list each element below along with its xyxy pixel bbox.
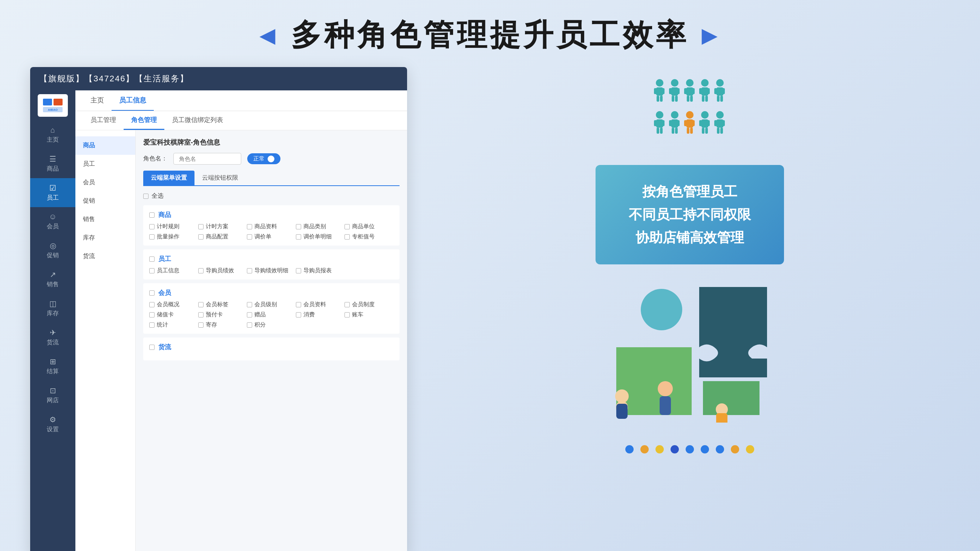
- svg-rect-49: [684, 120, 687, 126]
- timing-rule-checkbox[interactable]: [149, 224, 154, 229]
- svg-rect-38: [662, 120, 665, 126]
- member-system-checkbox[interactable]: [345, 302, 350, 307]
- guide-perf-checkbox[interactable]: [198, 268, 204, 273]
- nav-employee-info[interactable]: 员工信息: [111, 91, 154, 111]
- timing-plan-checkbox[interactable]: [198, 224, 204, 229]
- stats-label: 统计: [157, 321, 168, 329]
- stats-checkbox[interactable]: [149, 322, 154, 328]
- dot-2[interactable]: [640, 445, 649, 453]
- svg-rect-8: [662, 88, 665, 94]
- app-body: AIBAO ⌂ 主页 ☰ 商品 ☑ 员工 ☺ 会员: [30, 91, 407, 551]
- role-name-input[interactable]: [173, 153, 241, 165]
- emp-tab-wechat[interactable]: 员工微信绑定列表: [164, 111, 231, 130]
- emp-tab-management[interactable]: 员工管理: [83, 111, 124, 130]
- consume-checkbox[interactable]: [296, 312, 301, 318]
- svg-point-41: [671, 111, 678, 119]
- title-area: ◄ 多种角色管理提升员工效率 ►: [0, 0, 980, 67]
- goods-section-checkbox[interactable]: [149, 213, 154, 218]
- app-window: 【旗舰版】【347246】【生活服务】 AIBAO ⌂ 主页: [30, 67, 407, 551]
- dot-3[interactable]: [655, 445, 664, 453]
- shop-icon: ⊡: [50, 386, 56, 395]
- guide-report-checkbox[interactable]: [296, 268, 301, 273]
- perm-section-employee: 员工 员工信息 导购员绩效: [143, 249, 399, 279]
- sidebar-item-member[interactable]: ☺ 会员: [30, 207, 75, 236]
- emp-tab-role[interactable]: 角色管理: [124, 111, 164, 130]
- goods-section-title: 商品: [158, 211, 171, 219]
- left-panel-item-member[interactable]: 会员: [75, 173, 135, 192]
- svg-rect-45: [672, 128, 674, 134]
- stored-card-checkbox[interactable]: [149, 312, 154, 318]
- dot-6[interactable]: [701, 445, 709, 453]
- sidebar-item-inventory[interactable]: ◫ 库存: [30, 294, 75, 323]
- timing-plan-label: 计时方案: [206, 223, 228, 230]
- storage-checkbox[interactable]: [198, 322, 204, 328]
- counter-checkbox[interactable]: [345, 234, 350, 240]
- sidebar-item-home[interactable]: ⌂ 主页: [30, 121, 75, 149]
- goods-icon: ☰: [49, 154, 56, 164]
- svg-rect-63: [717, 128, 719, 134]
- dot-1[interactable]: [625, 445, 633, 453]
- goods-config-checkbox[interactable]: [198, 234, 204, 240]
- svg-point-17: [686, 79, 694, 87]
- svg-point-65: [641, 289, 682, 330]
- sidebar-item-settlement[interactable]: ⊞ 结算: [30, 352, 75, 381]
- member-overview-label: 会员概况: [157, 301, 180, 308]
- perm-tab-button[interactable]: 云端按钮权限: [194, 171, 246, 185]
- member-level-checkbox[interactable]: [247, 302, 252, 307]
- price-adjust-checkbox[interactable]: [247, 234, 252, 240]
- dot-8[interactable]: [731, 445, 739, 453]
- nav-home[interactable]: 主页: [83, 91, 111, 111]
- left-panel-item-logistics[interactable]: 货流: [75, 247, 135, 265]
- sidebar-item-shop[interactable]: ⊡ 网店: [30, 381, 75, 410]
- price-detail-checkbox[interactable]: [296, 234, 301, 240]
- svg-rect-32: [722, 88, 725, 94]
- sidebar-item-promo[interactable]: ◎ 促销: [30, 236, 75, 265]
- select-all-checkbox[interactable]: [143, 194, 148, 199]
- dot-9[interactable]: [746, 445, 754, 453]
- logistics-section-header: 货流: [149, 343, 393, 351]
- goods-category-checkbox[interactable]: [296, 224, 301, 229]
- sidebar-item-sales[interactable]: ↗ 销售: [30, 265, 75, 294]
- member-info-label: 会员资料: [304, 301, 326, 308]
- account-checkbox[interactable]: [345, 312, 350, 318]
- sidebar-item-goods[interactable]: ☰ 商品: [30, 149, 75, 178]
- svg-point-11: [671, 79, 678, 87]
- left-panel-item-promo[interactable]: 促销: [75, 192, 135, 210]
- info-box: 按角色管理员工 不同员工持不同权限 协助店铺高效管理: [595, 165, 784, 264]
- perm-item-member-info: 会员资料: [296, 301, 345, 308]
- dot-4[interactable]: [671, 445, 679, 453]
- sidebar-label-settings: 设置: [47, 426, 59, 433]
- gift-checkbox[interactable]: [247, 312, 252, 318]
- perm-tab-menu[interactable]: 云端菜单设置: [143, 171, 194, 185]
- dot-7[interactable]: [716, 445, 724, 453]
- svg-rect-20: [692, 88, 695, 94]
- emp-info-checkbox[interactable]: [149, 268, 154, 273]
- goods-info-checkbox[interactable]: [247, 224, 252, 229]
- dot-5[interactable]: [686, 445, 694, 453]
- sidebar-item-settings[interactable]: ⚙ 设置: [30, 410, 75, 439]
- goods-info-label: 商品资料: [255, 223, 277, 230]
- svg-rect-14: [676, 88, 679, 94]
- guide-detail-checkbox[interactable]: [247, 268, 252, 273]
- left-panel-item-sales[interactable]: 销售: [75, 210, 135, 229]
- employee-section-checkbox[interactable]: [149, 256, 154, 262]
- left-panel-item-employee[interactable]: 员工: [75, 155, 135, 173]
- left-panel-item-inventory[interactable]: 库存: [75, 229, 135, 247]
- batch-op-checkbox[interactable]: [149, 234, 154, 240]
- svg-rect-22: [690, 96, 693, 102]
- sidebar-item-logistics[interactable]: ✈ 货流: [30, 323, 75, 352]
- member-section-checkbox[interactable]: [149, 291, 154, 295]
- prepaid-card-checkbox[interactable]: [198, 312, 204, 318]
- left-panel-item-goods[interactable]: 商品: [75, 137, 135, 155]
- member-overview-checkbox[interactable]: [149, 302, 154, 307]
- member-info-checkbox[interactable]: [296, 302, 301, 307]
- points-checkbox[interactable]: [247, 322, 252, 328]
- svg-point-35: [656, 111, 663, 119]
- member-section-title: 会员: [158, 289, 171, 297]
- svg-rect-55: [699, 120, 702, 126]
- sidebar-item-employee[interactable]: ☑ 员工: [30, 178, 75, 207]
- logistics-section-checkbox[interactable]: [149, 345, 154, 350]
- member-tag-checkbox[interactable]: [198, 302, 204, 307]
- goods-unit-checkbox[interactable]: [345, 224, 350, 229]
- status-toggle[interactable]: 正常: [247, 153, 280, 164]
